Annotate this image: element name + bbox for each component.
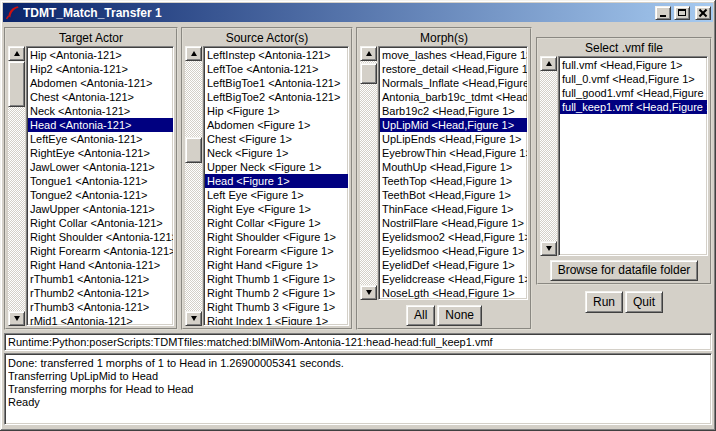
none-button[interactable]: None [437,305,482,326]
target-actor-scrollbar[interactable] [8,46,25,326]
list-item[interactable]: Right Hand <Figure 1> [205,258,348,272]
morphs-listbox[interactable]: move_lashes <Head,Figure 1>restore_detai… [378,46,528,300]
run-button[interactable]: Run [585,291,623,313]
list-item[interactable]: Neck <Figure 1> [205,146,348,160]
list-item[interactable]: Eyelidsmoo2 <Head,Figure 1> [380,230,527,244]
log-line: Ready [8,396,709,409]
source-actors-listbox[interactable]: LeftInstep <Antonia-121>LeftToe <Antonia… [203,46,349,326]
list-item[interactable]: Head <Figure 1> [205,174,348,188]
list-item[interactable]: Right Hand <Antonia-121> [28,258,173,272]
list-item[interactable]: Right Shoulder <Figure 1> [205,230,348,244]
list-item[interactable]: TeethTop <Head,Figure 1> [380,174,527,188]
scroll-up-button[interactable] [8,46,25,61]
list-item[interactable]: Barb19c2 <Head,Figure 1> [380,104,527,118]
browse-datafile-button[interactable]: Browse for datafile folder [550,260,699,281]
list-item[interactable]: Right Index 1 <Figure 1> [205,314,348,326]
list-item[interactable]: Left Eye <Figure 1> [205,188,348,202]
list-item[interactable]: Chest <Antonia-121> [28,90,173,104]
list-item[interactable]: UpLipEnds <Head,Figure 1> [380,132,527,146]
scroll-down-button[interactable] [360,285,377,300]
list-item[interactable]: Hip2 <Antonia-121> [28,62,173,76]
vmf-file-scrollbar[interactable] [540,56,557,256]
scrollbar-thumb[interactable] [8,61,25,107]
list-item[interactable]: restore_detail <Head,Figure 1> [380,62,527,76]
list-item[interactable]: Right Thumb 3 <Figure 1> [205,300,348,314]
list-item[interactable]: Tongue1 <Antonia-121> [28,174,173,188]
list-item[interactable]: EyelidDef <Head,Figure 1> [380,258,527,272]
list-item[interactable]: LeftBigToe1 <Antonia-121> [205,76,348,90]
list-item[interactable]: LeftToe <Antonia-121> [205,62,348,76]
scroll-down-button[interactable] [8,311,25,326]
scrollbar-thumb[interactable] [360,63,377,84]
list-item[interactable]: Abdomen <Figure 1> [205,118,348,132]
list-item[interactable]: JawUpper <Antonia-121> [28,202,173,216]
list-item[interactable]: TeethBot <Head,Figure 1> [380,188,527,202]
list-item[interactable]: full_0.vmf <Head,Figure 1> [560,72,707,86]
list-item[interactable]: LeftInstep <Antonia-121> [205,48,348,62]
target-actor-listbox[interactable]: Hip <Antonia-121>Hip2 <Antonia-121>Abdom… [26,46,174,326]
scroll-up-button[interactable] [360,46,377,61]
source-actors-scrollbar[interactable] [185,46,202,326]
scrollbar-trough[interactable] [8,61,25,311]
list-item[interactable]: Eyelidcrease <Head,Figure 1> [380,272,527,286]
list-item[interactable]: rMid1 <Antonia-121> [28,314,173,326]
list-item[interactable]: full_good1.vmf <Head,Figure 1> [560,86,707,100]
scroll-up-button[interactable] [540,56,557,71]
list-item[interactable]: move_lashes <Head,Figure 1> [380,48,527,62]
list-item[interactable]: Right Forearm <Figure 1> [205,244,348,258]
list-item[interactable]: Hip <Antonia-121> [28,48,173,62]
arrow-down-icon [191,316,197,321]
list-item[interactable]: Right Thumb 1 <Figure 1> [205,272,348,286]
scrollbar-trough[interactable] [360,61,377,285]
scrollbar-trough[interactable] [185,61,202,311]
list-item[interactable]: Right Shoulder <Antonia-121> [28,230,173,244]
list-item[interactable]: Antonia_barb19c_tdmt <Head,Figure 1> [380,90,527,104]
list-item[interactable]: full.vmf <Head,Figure 1> [560,58,707,72]
list-item[interactable]: rThumb1 <Antonia-121> [28,272,173,286]
list-item[interactable]: rThumb2 <Antonia-121> [28,286,173,300]
maximize-button[interactable] [674,6,690,20]
list-item[interactable]: NostrilFlare <Head,Figure 1> [380,216,527,230]
list-item[interactable]: RightEye <Antonia-121> [28,146,173,160]
scroll-down-button[interactable] [185,311,202,326]
list-item[interactable]: Head <Antonia-121> [28,118,173,132]
scrollbar-trough[interactable] [540,71,557,241]
quit-button[interactable]: Quit [625,291,663,313]
list-item[interactable]: MouthUp <Head,Figure 1> [380,160,527,174]
list-item[interactable]: ThinFace <Head,Figure 1> [380,202,527,216]
list-item[interactable]: Right Eye <Figure 1> [205,202,348,216]
list-item[interactable]: rThumb3 <Antonia-121> [28,300,173,314]
scroll-down-button[interactable] [540,241,557,256]
list-item[interactable]: Hip <Figure 1> [205,104,348,118]
list-item[interactable]: full_keep1.vmf <Head,Figure 1> [560,100,707,114]
list-item[interactable]: Right Thumb 2 <Figure 1> [205,286,348,300]
list-item[interactable]: Right Forearm <Antonia-121> [28,244,173,258]
scrollbar-thumb[interactable] [185,137,202,163]
titlebar[interactable]: TDMT_Match_Transfer 1 [3,3,713,22]
list-item[interactable]: Neck <Antonia-121> [28,104,173,118]
scroll-up-button[interactable] [185,46,202,61]
list-item[interactable]: Right Collar <Antonia-121> [28,216,173,230]
minimize-button[interactable] [655,6,671,20]
list-item[interactable]: Right Collar <Figure 1> [205,216,348,230]
list-item[interactable]: JawLower <Antonia-121> [28,160,173,174]
list-item[interactable]: Tongue2 <Antonia-121> [28,188,173,202]
list-item[interactable]: UpLipMid <Head,Figure 1> [380,118,527,132]
list-item[interactable]: Eyelidsmoo <Head,Figure 1> [380,244,527,258]
minimize-icon [660,15,666,17]
list-item[interactable]: LeftEye <Antonia-121> [28,132,173,146]
list-item[interactable]: Upper Neck <Figure 1> [205,160,348,174]
arrow-down-icon [546,246,552,251]
list-item[interactable]: NoseLgth <Head,Figure 1> [380,286,527,300]
list-item[interactable]: Normals_Inflate <Head,Figure 1> [380,76,527,90]
list-item[interactable]: LeftBigToe2 <Antonia-121> [205,90,348,104]
runtime-path-field[interactable]: Runtime:Python:poserScripts:TDMTfiles:ma… [4,333,712,351]
all-button[interactable]: All [406,305,435,326]
close-button[interactable] [695,6,711,20]
morphs-scrollbar[interactable] [360,46,377,300]
list-item[interactable]: EyebrowThin <Head,Figure 1> [380,146,527,160]
list-item[interactable]: Chest <Figure 1> [205,132,348,146]
vmf-file-listbox[interactable]: full.vmf <Head,Figure 1>full_0.vmf <Head… [558,56,708,256]
list-item[interactable]: Abdomen <Antonia-121> [28,76,173,90]
log-output-area[interactable]: Done: transferred 1 morphs of 1 to Head … [4,353,712,425]
